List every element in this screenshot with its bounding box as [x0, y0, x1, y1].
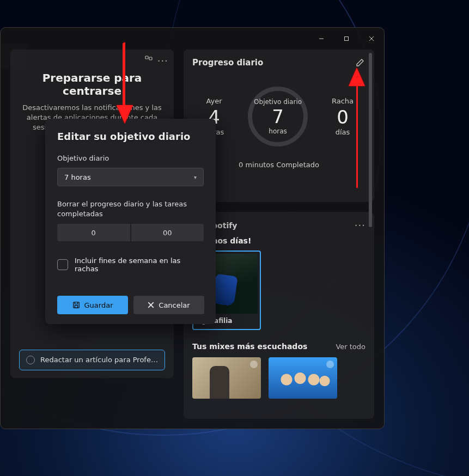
- more-icon[interactable]: ···: [355, 219, 366, 231]
- task-item[interactable]: Redactar un artículo para Profesi…: [19, 350, 165, 370]
- spotify-greeting: ¡Buenos días!: [192, 236, 366, 245]
- window-titlebar: [1, 28, 384, 50]
- window-close-button[interactable]: [359, 28, 384, 50]
- svg-rect-6: [73, 302, 79, 308]
- chevron-down-icon: ▾: [194, 174, 197, 180]
- goal-field-label: Objetivo diario: [57, 154, 204, 162]
- reset-hours-input[interactable]: 0: [57, 224, 130, 241]
- dialog-title: Editar su objetivo diario: [57, 131, 204, 142]
- reset-minutes-input[interactable]: 00: [131, 224, 204, 241]
- svg-rect-4: [145, 56, 148, 59]
- edit-daily-goal-dialog: Editar su objetivo diario Objetivo diari…: [45, 119, 216, 324]
- checkbox-label: Incluir fines de semana en las rachas: [75, 257, 204, 273]
- daily-goal-value: 7 horas: [64, 173, 91, 181]
- goal-ring: Objetivo diario 7 horas: [248, 87, 308, 147]
- mix-tile[interactable]: [192, 357, 261, 399]
- svg-rect-5: [149, 57, 152, 60]
- svg-rect-7: [75, 306, 77, 308]
- cancel-button[interactable]: Cancelar: [133, 296, 204, 314]
- task-label: Redactar un artículo para Profesi…: [40, 356, 158, 364]
- svg-rect-1: [345, 37, 349, 41]
- more-icon[interactable]: ···: [157, 55, 168, 66]
- scrollbar[interactable]: [369, 53, 372, 227]
- see-all-link[interactable]: Ver todo: [336, 343, 366, 351]
- window-minimize-button[interactable]: [309, 28, 334, 50]
- save-button[interactable]: Guardar: [57, 296, 128, 314]
- include-weekends-checkbox[interactable]: Incluir fines de semana en las rachas: [57, 257, 204, 273]
- edit-goal-button[interactable]: [355, 57, 366, 68]
- progress-title: Progreso diario: [192, 58, 263, 68]
- reset-time-picker: 0 00: [57, 224, 204, 241]
- expand-icon[interactable]: [144, 55, 153, 66]
- prepare-title: Prepararse para centrarse: [19, 71, 165, 97]
- progress-completed-text: 0 minutos Completado: [192, 161, 366, 169]
- mixes-heading: Tus mixes más escuchados: [192, 342, 307, 351]
- clear-progress-label: Borrar el progreso diario y las tareas c…: [57, 199, 204, 218]
- stat-streak: Racha 0 días: [332, 97, 354, 136]
- mix-tile[interactable]: [269, 357, 337, 399]
- daily-goal-select[interactable]: 7 horas ▾: [57, 168, 204, 186]
- checkbox-icon: [57, 259, 68, 270]
- task-checkbox-icon[interactable]: [26, 356, 35, 364]
- window-maximize-button[interactable]: [334, 28, 359, 50]
